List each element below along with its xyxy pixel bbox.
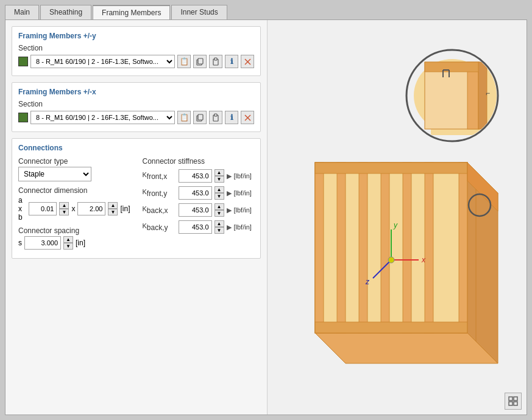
connections-section: Connections Connector type StapleNailScr… [12,138,261,259]
svg-text:y: y [393,221,398,229]
stiffness-row-1: Kfront,y ▲ ▼ ▶ [lbf/in] [143,186,255,200]
kfrontx-arrow[interactable]: ▶ [227,172,232,180]
svg-rect-23 [459,163,467,333]
kbacky-down[interactable]: ▼ [215,227,224,234]
spacing-unit: [in] [76,239,85,247]
kbacky-up[interactable]: ▲ [215,220,224,227]
dim-a-up[interactable]: ▲ [59,202,69,209]
paste-btn-x[interactable] [209,111,222,124]
zoom-icon-button[interactable] [505,393,522,410]
svg-rect-49 [514,397,517,401]
svg-rect-21 [403,163,411,333]
kbacky-unit: [lbf/in] [234,223,252,231]
kbackx-label: Kback,x [143,205,176,215]
color-swatch-y [18,57,28,66]
framing-x-section-label: Section [18,100,254,108]
dim-x-separator: x [71,205,75,213]
kbacky-input[interactable] [179,220,212,234]
framing-y-section: Framing Members +/-y Section 8 - R_M1 60… [12,26,261,76]
framing-y-section-label: Section [18,44,254,52]
section-select-y[interactable]: 8 - R_M1 60/190 | 2 - 16F-1.3E, Softwo..… [30,55,175,68]
right-panel: x y z [268,20,527,415]
svg-rect-7 [198,114,203,120]
kbackx-down[interactable]: ▼ [215,210,224,217]
svg-rect-42 [425,62,480,72]
kfronty-input[interactable] [179,186,212,200]
spacing-down[interactable]: ▼ [63,243,73,250]
3d-visualization: x y z [278,41,516,394]
framing-x-title: Framing Members +/-x [18,88,254,96]
kbacky-arrow[interactable]: ▶ [227,223,232,231]
svg-rect-50 [509,402,512,405]
copy-btn-y[interactable] [193,55,207,68]
svg-rect-3 [215,58,217,60]
svg-text:⌐: ⌐ [486,89,490,97]
framing-x-section: Framing Members +/-x Section 8 - R_M1 60… [12,82,261,132]
dim-b-down[interactable]: ▼ [108,209,118,215]
spacing-up[interactable]: ▲ [63,236,73,243]
dim-b-input[interactable] [77,202,105,215]
info-btn-y[interactable]: ℹ [225,55,238,68]
kbacky-label: Kback,y [143,222,176,232]
stiffness-row-3: Kback,y ▲ ▼ ▶ [lbf/in] [143,220,255,234]
kfronty-arrow[interactable]: ▶ [227,189,232,197]
dim-a-input[interactable] [29,202,57,215]
paste-btn-y[interactable] [209,55,222,68]
dim-b-up[interactable]: ▲ [108,202,118,209]
svg-rect-18 [337,163,346,333]
connector-dimension-label: Connector dimension [18,186,130,195]
svg-point-34 [388,257,394,263]
stiffness-row-2: Kback,x ▲ ▼ ▶ [lbf/in] [143,203,255,217]
info-btn-x[interactable]: ℹ [225,111,238,124]
dim-unit: [in] [120,205,130,213]
connector-spacing-label: Connector spacing [18,226,130,235]
connections-title: Connections [18,144,254,152]
svg-marker-26 [467,163,476,341]
spacing-input[interactable] [24,236,61,250]
kfronty-label: Kfront,y [143,188,176,198]
svg-rect-25 [315,322,467,333]
svg-rect-20 [381,163,389,333]
kbackx-arrow[interactable]: ▶ [227,206,232,214]
copy-btn-x[interactable] [193,111,207,124]
color-swatch-x [18,113,28,122]
left-panel: Framing Members +/-y Section 8 - R_M1 60… [5,20,268,415]
delete-btn-y[interactable] [241,55,254,68]
dim-a-down[interactable]: ▼ [59,209,69,215]
stiffness-label: Connector stiffness [143,157,255,166]
kfrontx-label: Kfront,x [143,171,176,181]
kbackx-unit: [lbf/in] [234,206,252,214]
section-select-x[interactable]: 8 - R_M1 60/190 | 2 - 16F-1.3E, Softwo..… [30,111,175,124]
svg-rect-41 [467,62,478,129]
spacing-s-label: s [18,239,22,247]
kfrontx-up[interactable]: ▲ [215,169,224,176]
tab-main[interactable]: Main [5,5,39,19]
svg-rect-51 [514,402,517,405]
kbackx-up[interactable]: ▲ [215,203,224,210]
svg-rect-1 [198,58,203,64]
svg-rect-22 [425,163,433,333]
tab-sheathing[interactable]: Sheathing [40,5,91,19]
kfronty-unit: [lbf/in] [234,189,252,197]
connector-type-select[interactable]: StapleNailScrewBolt [18,167,91,181]
svg-rect-9 [215,114,217,116]
tab-inner-studs[interactable]: Inner Studs [171,5,227,19]
svg-rect-17 [315,163,324,333]
svg-text:x: x [421,256,426,264]
book-btn-y[interactable]: 📋 [177,55,191,68]
book-btn-x[interactable]: 📋 [177,111,191,124]
tab-framing-members[interactable]: Framing Members [93,5,170,19]
kfronty-up[interactable]: ▲ [215,186,224,193]
svg-marker-14 [315,333,498,363]
kfrontx-input[interactable] [179,169,212,183]
kbackx-input[interactable] [179,203,212,217]
dim-a-b-label: a x b [18,196,26,222]
kfrontx-down[interactable]: ▼ [215,176,224,183]
svg-text:z: z [365,278,370,286]
svg-rect-24 [315,163,467,173]
framing-y-title: Framing Members +/-y [18,32,254,40]
delete-btn-x[interactable] [241,111,254,124]
kfrontx-unit: [lbf/in] [234,172,252,180]
kfronty-down[interactable]: ▼ [215,193,224,200]
tab-bar: Main Sheathing Framing Members Inner Stu… [5,5,527,19]
